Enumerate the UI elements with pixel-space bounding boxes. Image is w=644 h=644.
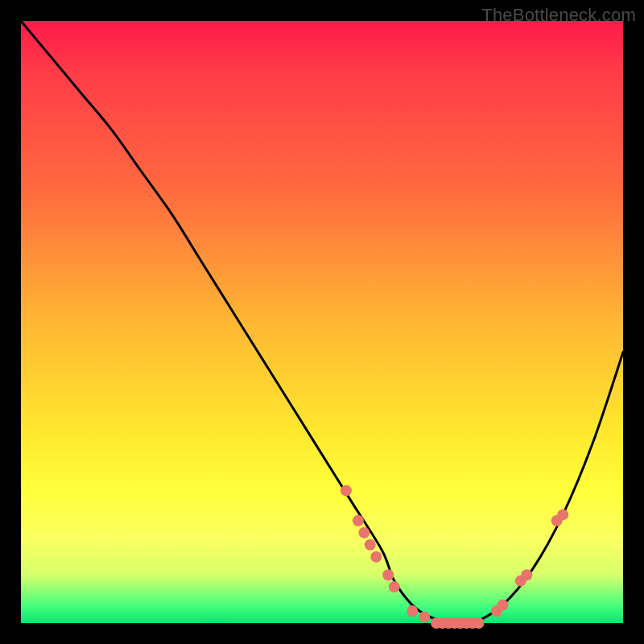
chart-frame: TheBottleneck.com xyxy=(0,0,644,644)
data-point xyxy=(407,605,418,617)
data-point xyxy=(341,485,352,496)
data-point xyxy=(365,539,376,551)
data-point xyxy=(389,581,400,592)
data-point xyxy=(382,569,394,580)
data-point xyxy=(557,509,568,520)
data-point xyxy=(497,600,508,611)
watermark-label: TheBottleneck.com xyxy=(481,5,636,26)
data-point xyxy=(521,569,532,580)
data-points xyxy=(341,485,568,629)
data-point xyxy=(473,617,485,629)
data-point xyxy=(370,551,382,563)
chart-svg xyxy=(21,21,623,623)
plot-area xyxy=(21,21,623,623)
data-point xyxy=(419,612,430,623)
bottleneck-curve xyxy=(21,21,623,625)
data-point xyxy=(358,527,369,539)
data-point xyxy=(353,515,364,526)
